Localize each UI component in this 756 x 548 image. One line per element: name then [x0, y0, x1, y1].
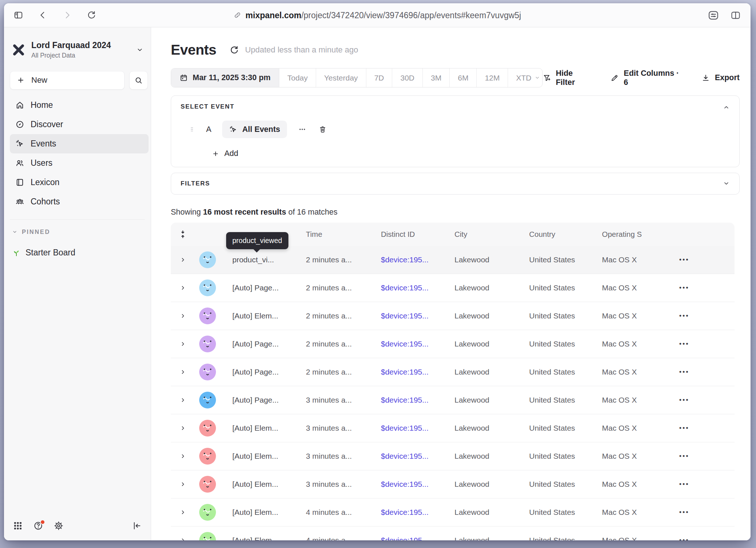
expand-row-icon[interactable] [180, 285, 186, 291]
event-name: [Auto] Elem... [220, 536, 294, 540]
collapse-all-icon[interactable] [178, 230, 188, 239]
edit-columns-button[interactable]: Edit Columns · 6 [610, 69, 684, 87]
distinct-id-link[interactable]: $device:195... [369, 312, 442, 320]
add-event-button[interactable]: Add [181, 149, 730, 158]
event-time: 3 minutes a... [294, 396, 369, 404]
row-actions-button[interactable]: ••• [674, 312, 735, 320]
collapse-sidebar-button[interactable] [132, 521, 142, 531]
help-button[interactable] [33, 521, 43, 531]
column-header-os[interactable]: Operating S [590, 230, 674, 239]
row-actions-button[interactable]: ••• [674, 424, 735, 432]
row-actions-button[interactable]: ••• [674, 537, 735, 541]
back-icon[interactable] [38, 10, 48, 20]
trash-icon[interactable] [318, 125, 327, 134]
column-header-distinct-id[interactable]: Distinct ID [369, 230, 442, 239]
settings-button[interactable] [54, 521, 64, 531]
expand-row-icon[interactable] [180, 369, 186, 375]
distinct-id-link[interactable]: $device:195... [369, 283, 442, 292]
expand-row-icon[interactable] [180, 397, 186, 403]
range-12m[interactable]: 12M [476, 68, 508, 87]
table-row[interactable]: [Auto] Elem... 4 minutes a... $device:19… [171, 527, 735, 540]
download-icon [701, 74, 710, 82]
sidebar-item-home[interactable]: Home [10, 95, 149, 115]
date-picker[interactable]: Mar 11, 2025 3:30 pm [171, 68, 279, 87]
project-switcher[interactable]: Lord Farquaad 2024 All Project Data [10, 40, 145, 59]
table-row[interactable]: [Auto] Elem... 2 minutes a... $device:19… [171, 302, 735, 330]
range-7d[interactable]: 7D [366, 68, 392, 87]
export-button[interactable]: Export [701, 73, 740, 82]
expand-row-icon[interactable] [180, 537, 186, 540]
column-header-time[interactable]: Time [294, 230, 369, 239]
drag-handle-icon[interactable] [188, 125, 196, 133]
sidebar-item-lexicon[interactable]: Lexicon [10, 173, 149, 192]
row-actions-button[interactable]: ••• [674, 340, 735, 348]
table-row[interactable]: [Auto] Elem... 3 minutes a... $device:19… [171, 442, 735, 470]
event-time: 2 minutes a... [294, 312, 369, 320]
row-actions-button[interactable]: ••• [674, 396, 735, 404]
address-bar[interactable]: mixpanel.com/project/3472420/view/397469… [233, 10, 521, 20]
range-3m[interactable]: 3M [422, 68, 449, 87]
chevron-down-icon[interactable] [723, 180, 730, 187]
range-xtd[interactable]: XTD [508, 68, 543, 87]
event-os: Mac OS X [590, 424, 674, 432]
table-row[interactable]: [Auto] Page... 2 minutes a... $device:19… [171, 330, 735, 358]
table-row[interactable]: [Auto] Elem... 3 minutes a... $device:19… [171, 414, 735, 442]
table-row[interactable]: [Auto] Page... 3 minutes a... $device:19… [171, 386, 735, 414]
event-selector-chip[interactable]: All Events [222, 121, 287, 138]
distinct-id-link[interactable]: $device:195... [369, 368, 442, 376]
row-actions-button[interactable]: ••• [674, 481, 735, 488]
distinct-id-link[interactable]: $device:195... [369, 396, 442, 404]
more-options-icon[interactable] [298, 125, 307, 134]
sidebar-item-events[interactable]: Events [10, 134, 149, 153]
expand-row-icon[interactable] [180, 509, 186, 515]
expand-row-icon[interactable] [180, 257, 186, 263]
pinned-item-starter-board[interactable]: Starter Board [10, 245, 145, 261]
new-button[interactable]: New [10, 71, 125, 90]
table-row[interactable]: [Auto] Page... 2 minutes a... $device:19… [171, 274, 735, 302]
expand-row-icon[interactable] [180, 313, 186, 319]
expand-row-icon[interactable] [180, 425, 186, 431]
range-yesterday[interactable]: Yesterday [316, 68, 366, 87]
table-row[interactable]: [Auto] Elem... 4 minutes a... $device:19… [171, 498, 735, 527]
range-today[interactable]: Today [279, 68, 316, 87]
page-settings-icon[interactable] [707, 10, 720, 21]
reload-icon[interactable] [87, 10, 97, 20]
event-country: United States [517, 536, 590, 540]
expand-row-icon[interactable] [180, 481, 186, 487]
refresh-icon[interactable] [229, 45, 239, 55]
distinct-id-link[interactable]: $device:195... [369, 480, 442, 489]
event-name: [Auto] Page... [220, 283, 294, 292]
column-header-country[interactable]: Country [517, 230, 590, 239]
hide-filter-button[interactable]: Hide Filter [543, 69, 593, 87]
sidebar-toggle-icon[interactable] [13, 10, 23, 20]
sidebar-item-cohorts[interactable]: Cohorts [10, 192, 149, 211]
forward-icon[interactable] [62, 10, 72, 20]
search-button[interactable] [129, 71, 148, 90]
expand-row-icon[interactable] [180, 453, 186, 459]
row-actions-button[interactable]: ••• [674, 509, 735, 516]
table-row[interactable]: [Auto] Page... 2 minutes a... $device:19… [171, 358, 735, 386]
sidebar-item-discover[interactable]: Discover [10, 115, 149, 134]
chevron-up-icon[interactable] [723, 104, 730, 111]
distinct-id-link[interactable]: $device:195... [369, 536, 442, 540]
distinct-id-link[interactable]: $device:195... [369, 452, 442, 461]
avatar [199, 504, 216, 521]
range-30d[interactable]: 30D [392, 68, 422, 87]
event-os: Mac OS X [590, 255, 674, 264]
row-actions-button[interactable]: ••• [674, 256, 735, 264]
row-actions-button[interactable]: ••• [674, 453, 735, 460]
distinct-id-link[interactable]: $device:195... [369, 508, 442, 517]
distinct-id-link[interactable]: $device:195... [369, 340, 442, 348]
row-actions-button[interactable]: ••• [674, 368, 735, 376]
distinct-id-link[interactable]: $device:195... [369, 255, 442, 264]
table-row[interactable]: [Auto] Elem... 3 minutes a... $device:19… [171, 470, 735, 498]
split-view-icon[interactable] [730, 10, 741, 20]
pinned-section-header[interactable]: PINNED [10, 228, 145, 235]
column-header-city[interactable]: City [442, 230, 517, 239]
expand-row-icon[interactable] [180, 341, 186, 347]
distinct-id-link[interactable]: $device:195... [369, 424, 442, 432]
range-6m[interactable]: 6M [449, 68, 476, 87]
sidebar-item-users[interactable]: Users [10, 153, 149, 173]
row-actions-button[interactable]: ••• [674, 284, 735, 292]
apps-grid-button[interactable] [13, 521, 23, 531]
